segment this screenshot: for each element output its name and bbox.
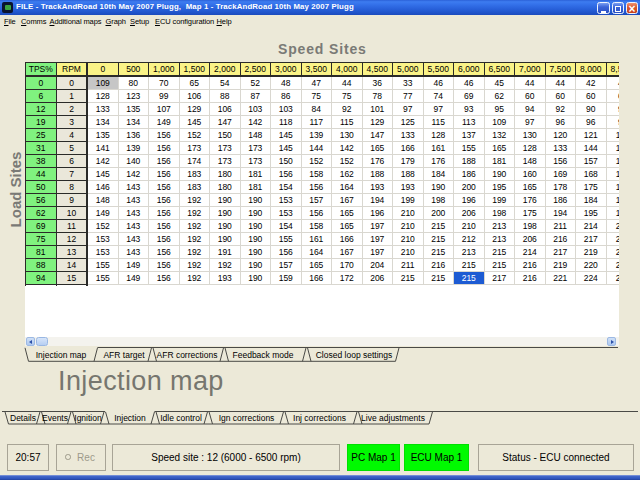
svg-text:Events: Events <box>42 413 68 423</box>
svg-text:Ignition: Ignition <box>74 413 102 423</box>
svg-text:AFR corrections: AFR corrections <box>157 350 218 360</box>
svg-text:Injection: Injection <box>114 413 146 423</box>
svg-text:AFR target: AFR target <box>103 350 145 360</box>
svg-text:Idle control: Idle control <box>160 413 202 423</box>
svg-text:Live adjustments: Live adjustments <box>361 413 425 423</box>
svg-text:Injection map: Injection map <box>36 350 87 360</box>
svg-text:Closed loop settings: Closed loop settings <box>316 350 393 360</box>
svg-text:Ign corrections: Ign corrections <box>219 413 275 423</box>
svg-text:Inj corrections: Inj corrections <box>293 413 346 423</box>
svg-text:Feedback mode: Feedback mode <box>233 350 294 360</box>
svg-text:Details: Details <box>10 413 36 423</box>
